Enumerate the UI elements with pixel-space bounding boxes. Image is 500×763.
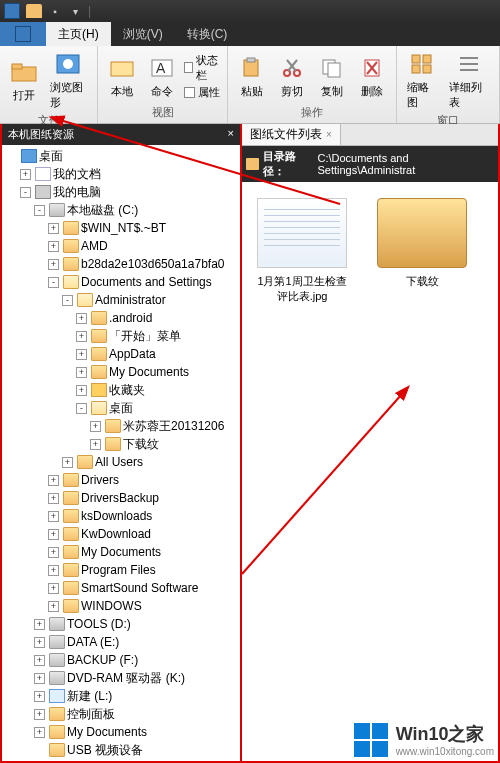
delete-button[interactable]: 删除	[354, 52, 390, 101]
expand-icon[interactable]: +	[76, 385, 87, 396]
cut-button[interactable]: 剪切	[274, 52, 310, 101]
drive-icon	[49, 635, 65, 649]
expand-icon[interactable]: +	[48, 475, 59, 486]
collapse-icon[interactable]: -	[20, 187, 31, 198]
tree-item[interactable]: +DriversBackup	[48, 489, 238, 507]
open-button[interactable]: 打开	[6, 56, 42, 105]
tree-item[interactable]: +My Documents	[48, 543, 238, 561]
collapse-icon[interactable]: -	[62, 295, 73, 306]
app-menu-button[interactable]	[0, 22, 46, 46]
expand-icon[interactable]: +	[48, 565, 59, 576]
browse-button[interactable]: 浏览图形	[46, 48, 91, 112]
tree-item[interactable]: +Program Files	[48, 561, 238, 579]
statusbar-checkbox[interactable]: 状态栏	[184, 53, 221, 83]
tree-item[interactable]: +TOOLS (D:)	[34, 615, 238, 633]
qat-more-icon[interactable]: ▾	[68, 4, 82, 18]
tree-item[interactable]: +WINDOWS	[48, 597, 238, 615]
tree-item[interactable]: USB 视频设备	[34, 741, 238, 759]
tree-item[interactable]: +Drivers	[48, 471, 238, 489]
paste-button[interactable]: 粘贴	[234, 52, 270, 101]
tree-item[interactable]: +我的文档	[20, 165, 238, 183]
tree-item[interactable]: +DATA (E:)	[34, 633, 238, 651]
expand-icon[interactable]: +	[48, 223, 59, 234]
expand-icon[interactable]: +	[34, 691, 45, 702]
drive-icon	[49, 203, 65, 217]
tree-item[interactable]: -本地磁盘 (C:)	[34, 201, 238, 219]
tree-item[interactable]: -Documents and Settings	[48, 273, 238, 291]
tree-item[interactable]: -桌面	[76, 399, 238, 417]
expand-icon[interactable]: +	[34, 619, 45, 630]
tree-item[interactable]: +My Documents	[34, 723, 238, 741]
expand-icon[interactable]: +	[48, 583, 59, 594]
watermark-url: www.win10xitong.com	[396, 746, 494, 757]
file-thumbnail[interactable]: 1月第1周卫生检查评比表.jpg	[252, 198, 352, 304]
svg-rect-19	[423, 55, 431, 63]
expand-icon[interactable]: +	[48, 511, 59, 522]
tree-item[interactable]: +下载纹	[90, 435, 238, 453]
folder-tree[interactable]: 桌面+我的文档-我的电脑-本地磁盘 (C:)+$WIN_NT$.~BT+AMD+…	[2, 145, 240, 761]
expand-icon[interactable]: +	[76, 367, 87, 378]
menu-bar: 主页(H)浏览(V)转换(C)	[0, 22, 500, 46]
doc-icon	[35, 167, 51, 181]
collapse-icon[interactable]: -	[34, 205, 45, 216]
tree-item[interactable]: -Administrator	[62, 291, 238, 309]
tree-item[interactable]: +AMD	[48, 237, 238, 255]
tree-item[interactable]: +新建 (L:)	[34, 687, 238, 705]
file-thumbnail[interactable]: 下载纹	[372, 198, 472, 289]
expand-icon[interactable]: +	[48, 547, 59, 558]
expand-icon[interactable]: +	[90, 439, 101, 450]
tree-item[interactable]: +KwDownload	[48, 525, 238, 543]
tree-item-label: KwDownload	[81, 525, 151, 543]
expand-icon[interactable]: +	[48, 493, 59, 504]
tree-item[interactable]: +b28da2e103d650a1a7bfa0	[48, 255, 238, 273]
expand-icon[interactable]: +	[48, 241, 59, 252]
expand-icon[interactable]: +	[34, 655, 45, 666]
qat-save-icon[interactable]: ▪	[48, 4, 62, 18]
thumb-button[interactable]: 缩略图	[403, 48, 441, 112]
tree-item[interactable]: +AppData	[76, 345, 238, 363]
expand-icon[interactable]: +	[48, 529, 59, 540]
tree-item[interactable]: +ksDownloads	[48, 507, 238, 525]
expand-icon[interactable]: +	[90, 421, 101, 432]
expand-icon[interactable]: +	[34, 709, 45, 720]
tree-item[interactable]: +All Users	[62, 453, 238, 471]
expand-icon[interactable]: +	[34, 673, 45, 684]
tree-item[interactable]: +SmartSound Software	[48, 579, 238, 597]
tree-item[interactable]: +DVD-RAM 驱动器 (K:)	[34, 669, 238, 687]
right-panel: 图纸文件列表 × 目录路径： C:\Documents and Settings…	[242, 124, 498, 761]
expand-icon[interactable]: +	[76, 331, 87, 342]
props-checkbox[interactable]: 属性	[184, 85, 221, 100]
tree-item[interactable]: +收藏夹	[76, 381, 238, 399]
tree-item[interactable]: 桌面	[6, 147, 238, 165]
tree-item[interactable]: +My Documents	[76, 363, 238, 381]
tree-item[interactable]: +.android	[76, 309, 238, 327]
detail-button[interactable]: 详细列表	[445, 48, 493, 112]
local-button[interactable]: 本地	[104, 52, 140, 101]
cmd-button[interactable]: A 命令	[144, 52, 180, 101]
expand-icon[interactable]: +	[34, 727, 45, 738]
menu-tab[interactable]: 浏览(V)	[111, 22, 175, 46]
expand-icon[interactable]: +	[48, 601, 59, 612]
tab-close-icon[interactable]: ×	[326, 129, 332, 140]
copy-button[interactable]: 复制	[314, 52, 350, 101]
menu-tab[interactable]: 主页(H)	[46, 22, 111, 46]
expand-icon[interactable]: +	[76, 349, 87, 360]
close-icon[interactable]: ×	[228, 127, 234, 142]
tree-item[interactable]: +$WIN_NT$.~BT	[48, 219, 238, 237]
expand-icon[interactable]: +	[34, 637, 45, 648]
expand-icon[interactable]: +	[62, 457, 73, 468]
statusbar-label: 状态栏	[196, 53, 221, 83]
collapse-icon[interactable]: -	[48, 277, 59, 288]
menu-tab[interactable]: 转换(C)	[175, 22, 240, 46]
file-list-tab[interactable]: 图纸文件列表 ×	[242, 124, 341, 145]
tree-item[interactable]: -我的电脑	[20, 183, 238, 201]
tree-item[interactable]: +米苏蓉王20131206	[90, 417, 238, 435]
tree-item[interactable]: +BACKUP (F:)	[34, 651, 238, 669]
expand-icon[interactable]: +	[20, 169, 31, 180]
tree-item[interactable]: 暴风影视库	[34, 759, 238, 761]
expand-icon[interactable]: +	[48, 259, 59, 270]
collapse-icon[interactable]: -	[76, 403, 87, 414]
tree-item[interactable]: +控制面板	[34, 705, 238, 723]
tree-item[interactable]: +「开始」菜单	[76, 327, 238, 345]
expand-icon[interactable]: +	[76, 313, 87, 324]
